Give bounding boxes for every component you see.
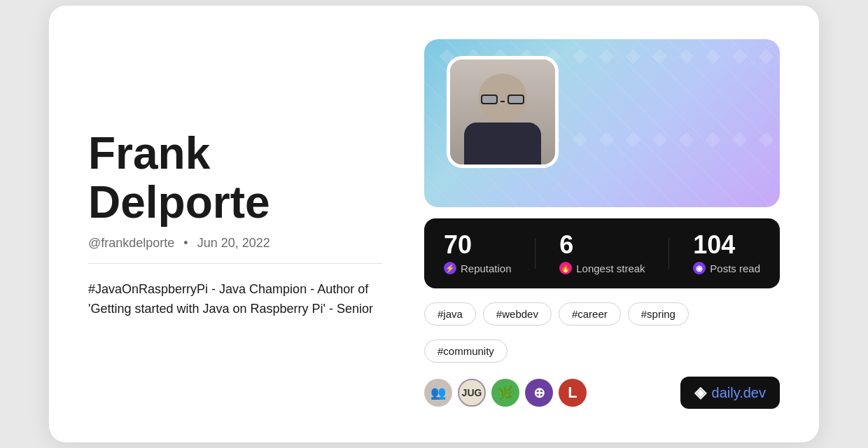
stat-reputation-label: ⚡ Reputation: [444, 262, 512, 274]
profile-banner: ◈ ◈ ◈ ◈ ◈ ◈ ◈ ◈ ◈ ◈ ◈ ◈ ◈ ◈ ◈ ◈ ◈ ◈ ◈ ◈: [424, 39, 780, 207]
tag-java[interactable]: #java: [424, 302, 476, 326]
tag-community[interactable]: #community: [424, 340, 507, 363]
profile-handle: @frankdelporte: [88, 236, 174, 250]
badges-footer: 👥 JUG 🌿 ⊕ L ◈ daily.dev: [424, 377, 780, 409]
stat-streak-value: 6: [559, 232, 573, 258]
tag-webdev[interactable]: #webdev: [483, 302, 552, 326]
avatar: [447, 56, 559, 168]
posts-icon: ◉: [693, 262, 706, 274]
stat-posts-value: 104: [693, 232, 735, 258]
badge-letter-l-icon: L: [559, 379, 587, 407]
profile-divider: [88, 263, 382, 264]
profile-left: Frank Delporte @frankdelporte • Jun 20, …: [88, 129, 382, 319]
tag-spring[interactable]: #spring: [628, 302, 689, 326]
person-body: [464, 122, 541, 164]
badge-target-icon: ⊕: [525, 379, 553, 407]
daily-logo-text: daily.dev: [712, 385, 766, 401]
badge-jug-icon: JUG: [458, 379, 486, 407]
avatar-wrap: [447, 56, 559, 168]
tags-row-2: #community: [424, 340, 780, 363]
avatar-person: [450, 59, 555, 164]
stat-reputation-value: 70: [444, 232, 472, 258]
stat-reputation: 70 ⚡ Reputation: [444, 232, 512, 274]
stat-streak: 6 🔥 Longest streak: [559, 232, 645, 274]
daily-dev-logo: ◈ daily.dev: [680, 377, 780, 409]
streak-icon: 🔥: [559, 262, 572, 274]
profile-name: Frank Delporte: [88, 129, 382, 227]
stats-bar: 70 ⚡ Reputation 6 🔥 Longest streak 104 ◉: [424, 218, 780, 288]
stat-posts: 104 ◉ Posts read: [693, 232, 760, 274]
profile-right: ◈ ◈ ◈ ◈ ◈ ◈ ◈ ◈ ◈ ◈ ◈ ◈ ◈ ◈ ◈ ◈ ◈ ◈ ◈ ◈: [424, 39, 780, 409]
daily-logo-icon: ◈: [694, 384, 706, 402]
stats-divider-2: [668, 238, 669, 269]
tags-row: #java #webdev #career #spring: [424, 302, 780, 326]
badges-list: 👥 JUG 🌿 ⊕ L: [424, 379, 587, 407]
person-glasses: [481, 94, 524, 104]
profile-bio: #JavaOnRaspberryPi - Java Champion - Aut…: [88, 279, 382, 320]
profile-card: Frank Delporte @frankdelporte • Jun 20, …: [49, 6, 819, 442]
tag-career[interactable]: #career: [559, 302, 621, 326]
stat-streak-label: 🔥 Longest streak: [559, 262, 645, 274]
stat-posts-label: ◉ Posts read: [693, 262, 760, 274]
profile-join-date: Jun 20, 2022: [197, 236, 270, 250]
stats-divider-1: [535, 238, 536, 269]
profile-meta: @frankdelporte • Jun 20, 2022: [88, 236, 382, 251]
badge-green-icon: 🌿: [491, 379, 519, 407]
reputation-icon: ⚡: [444, 262, 456, 274]
badge-group-icon: 👥: [424, 379, 452, 407]
